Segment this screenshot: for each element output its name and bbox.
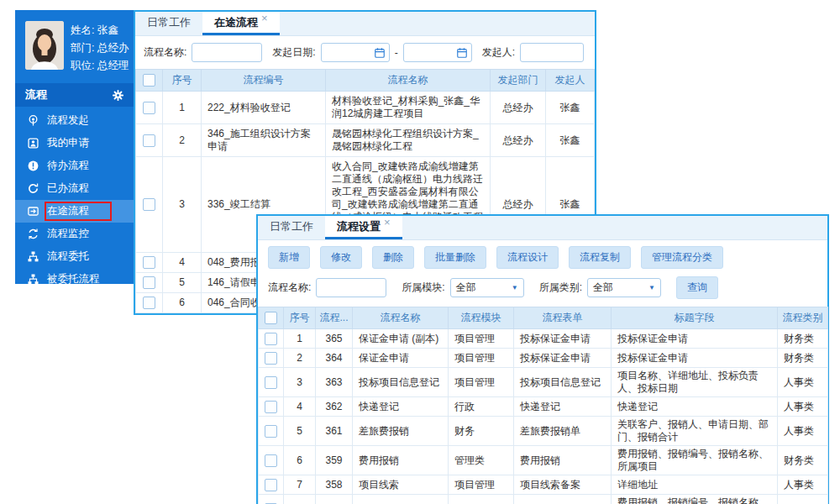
profile-name: 姓名: 张鑫 — [71, 22, 129, 39]
cell-name: 费用报销 — [353, 446, 449, 475]
window2-tab-日常工作[interactable]: 日常工作 — [258, 216, 325, 239]
date-from-field[interactable] — [321, 43, 390, 62]
cell-num: 6 — [163, 293, 202, 313]
start-date-label: 发起日期: — [272, 45, 315, 60]
row-checkbox[interactable] — [143, 102, 155, 114]
cell-fields: 关联客户、报销人、申请日期、部门、报销合计 — [612, 417, 778, 446]
window2-search-bar: 流程名称: 所属模块: 全部 ▼ 所属类别: 全部 ▼ 查询 — [258, 274, 827, 307]
profile-department: 部门: 总经办 — [71, 39, 129, 57]
cell-code: 222_材料验收登记 — [202, 92, 326, 124]
cell-dept: 总经办 — [491, 124, 546, 157]
module-select[interactable]: 全部 ▼ — [450, 278, 524, 297]
window1-tab-日常工作[interactable]: 日常工作 — [135, 12, 202, 35]
sidebar-item-label: 流程监控 — [47, 227, 89, 241]
module-select-value: 全部 — [456, 281, 476, 295]
cell-category: 人事类 — [778, 475, 828, 495]
cell-code: 364 — [316, 349, 353, 368]
toolbar-button-修改[interactable]: 修改 — [320, 246, 362, 269]
sidebar: 姓名: 张鑫 部门: 总经办 职位: 总经理 流程 流程发起我的申请待办流程已办… — [15, 10, 134, 284]
cell-name: 晟铭园林绿化工程组织设计方案_晟铭园林绿化工程 — [326, 124, 491, 157]
cell-module: 管理类 — [449, 446, 514, 475]
cell-category: 人事类 — [778, 397, 828, 417]
table-row[interactable]: 4362快递登记行政快递登记快递登记人事类 — [259, 397, 828, 417]
category-select[interactable]: 全部 ▼ — [587, 278, 661, 297]
sidebar-menu: 流程发起我的申请待办流程已办流程在途流程流程监控流程委托被委托流程 — [15, 107, 134, 291]
category-select-value: 全部 — [593, 281, 613, 295]
window1-tab-在途流程[interactable]: 在途流程× — [202, 12, 280, 35]
table-row[interactable]: 2346_施工组织设计方案申请晟铭园林绿化工程组织设计方案_晟铭园林绿化工程总经… — [136, 124, 595, 157]
table-row[interactable]: 1365保证金申请 (副本)项目管理投标保证金申请投标保证金申请财务类 — [259, 329, 828, 349]
sidebar-item-label: 在途流程 — [47, 204, 89, 218]
calendar-icon[interactable] — [456, 47, 468, 59]
cell-num: 8 — [284, 495, 316, 504]
close-icon[interactable]: × — [384, 218, 391, 227]
cell-form: 投标保证金申请 — [514, 329, 612, 349]
table-header-row: 序号流程...流程名称流程模块流程表单标题字段流程类别 — [259, 307, 828, 329]
row-checkbox[interactable] — [265, 352, 277, 365]
row-checkbox[interactable] — [143, 256, 155, 269]
initiator-input[interactable] — [520, 43, 584, 62]
row-checkbox[interactable] — [143, 134, 155, 147]
table-row[interactable]: 3363投标项目信息登记项目管理投标项目信息登记项目名称、详细地址、投标负责人、… — [259, 368, 828, 397]
window2-tab-流程设置[interactable]: 流程设置× — [325, 216, 402, 239]
row-checkbox[interactable] — [265, 425, 277, 438]
cell-name: 测试费用报销 — [353, 495, 449, 504]
category-label: 所属类别: — [539, 281, 582, 295]
select-all-checkbox[interactable] — [143, 74, 155, 87]
row-checkbox[interactable] — [265, 454, 277, 467]
column-header-num: 序号 — [163, 70, 202, 92]
row-checkbox[interactable] — [265, 376, 277, 389]
gear-icon[interactable] — [112, 89, 124, 102]
cell-num: 6 — [284, 446, 316, 475]
table-row[interactable]: 5361差旅费报销财务差旅费报销单关联客户、报销人、申请日期、部门、报销合计人事… — [259, 417, 828, 446]
sidebar-item-流程发起[interactable]: 流程发起 — [15, 109, 134, 132]
table-row[interactable]: 7358项目线索项目管理项目线索备案详细地址人事类 — [259, 475, 828, 495]
sidebar-item-被委托流程[interactable]: 被委托流程 — [15, 268, 134, 291]
row-checkbox[interactable] — [265, 333, 277, 345]
sidebar-item-label: 待办流程 — [47, 159, 89, 173]
query-button[interactable]: 查询 — [676, 276, 718, 299]
row-checkbox[interactable] — [143, 276, 155, 289]
cell-dept: 总经办 — [491, 92, 546, 124]
transit-icon — [27, 205, 39, 218]
cell-num: 3 — [163, 157, 202, 253]
flow-name-input[interactable] — [192, 43, 262, 62]
select-all-checkbox[interactable] — [265, 312, 277, 324]
window-flow-settings: 日常工作流程设置× 新增修改删除批量删除流程设计流程复制管理流程分类 流程名称:… — [256, 214, 829, 504]
date-to-field[interactable] — [403, 43, 472, 62]
row-checkbox[interactable] — [265, 401, 277, 413]
cell-module: 财务 — [449, 417, 514, 446]
cell-form: 投标保证金申请 — [514, 349, 612, 368]
toolbar-button-管理流程分类[interactable]: 管理流程分类 — [641, 246, 723, 269]
alert-icon — [27, 160, 39, 172]
row-checkbox[interactable] — [143, 297, 155, 309]
cell-code: 363 — [316, 368, 353, 397]
table-row[interactable]: 1222_材料验收登记材料验收登记_材料采购_张鑫_华润12城房建工程项目总经办… — [136, 92, 595, 124]
cell-code: 359 — [316, 446, 353, 475]
close-icon[interactable]: × — [261, 14, 268, 23]
sidebar-item-我的申请[interactable]: 我的申请 — [15, 132, 134, 155]
sidebar-item-待办流程[interactable]: 待办流程 — [15, 155, 134, 177]
table-row[interactable]: 8357测试费用报销财务费用报销费用报销、报销编号、报销名称、本次报销金额财务类 — [259, 495, 828, 504]
toolbar-button-批量删除[interactable]: 批量删除 — [424, 246, 486, 269]
sidebar-item-流程委托[interactable]: 流程委托 — [15, 245, 134, 268]
date-from-input[interactable] — [325, 47, 372, 59]
flow-name-input[interactable] — [316, 278, 386, 297]
toolbar-button-流程设计[interactable]: 流程设计 — [496, 246, 559, 269]
sitemap-icon — [27, 250, 39, 263]
calendar-icon[interactable] — [374, 47, 386, 59]
sidebar-item-已办流程[interactable]: 已办流程 — [15, 177, 134, 200]
cell-category: 人事类 — [778, 417, 828, 446]
sidebar-item-在途流程[interactable]: 在途流程 — [15, 200, 134, 223]
table-row[interactable]: 6359费用报销管理类费用报销费用报销、报销编号、报销名称、所属项目财务类 — [259, 446, 828, 475]
row-checkbox[interactable] — [265, 479, 277, 491]
sync-icon — [27, 228, 39, 240]
toolbar-button-流程复制[interactable]: 流程复制 — [569, 246, 631, 269]
sidebar-item-流程监控[interactable]: 流程监控 — [15, 223, 134, 245]
row-checkbox[interactable] — [143, 198, 155, 211]
column-header-module: 流程模块 — [449, 307, 514, 329]
toolbar-button-删除[interactable]: 删除 — [372, 246, 414, 269]
table-row[interactable]: 2364保证金申请项目管理投标保证金申请投标保证金申请财务类 — [259, 349, 828, 368]
toolbar-button-新增[interactable]: 新增 — [268, 246, 310, 269]
date-to-input[interactable] — [407, 47, 454, 59]
